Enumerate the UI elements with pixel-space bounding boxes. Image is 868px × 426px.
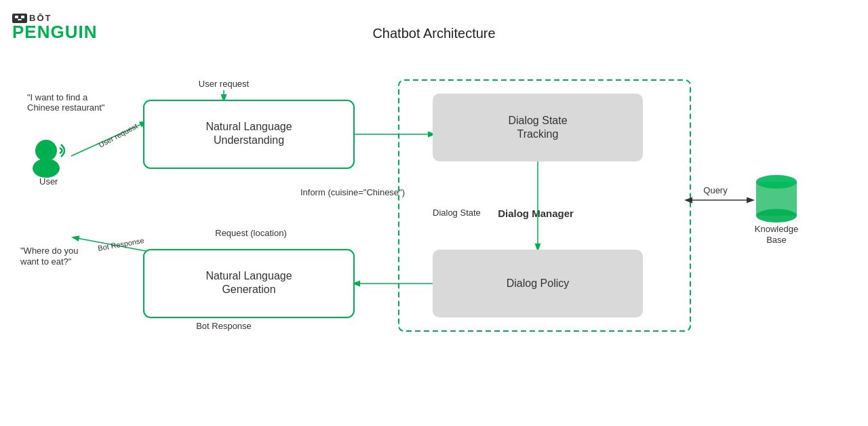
svg-text:Query: Query — [703, 185, 728, 195]
svg-text:Tracking: Tracking — [517, 128, 559, 140]
svg-point-6 — [33, 159, 60, 178]
svg-rect-26 — [399, 80, 690, 331]
svg-text:Chinese restaurant": Chinese restaurant" — [27, 102, 105, 113]
svg-point-40 — [756, 175, 797, 189]
svg-rect-22 — [144, 250, 354, 317]
svg-text:Natural Language: Natural Language — [205, 270, 292, 282]
svg-text:User request: User request — [199, 79, 250, 89]
svg-text:Generation: Generation — [222, 284, 275, 295]
bot-text: BŌT — [29, 14, 52, 22]
svg-text:User request: User request — [97, 122, 138, 149]
svg-text:Request (location): Request (location) — [215, 228, 287, 238]
svg-rect-1 — [15, 16, 18, 18]
svg-text:Dialog Manager: Dialog Manager — [498, 208, 574, 219]
logo: BŌT PENGUIN — [12, 12, 97, 41]
svg-rect-15 — [144, 100, 354, 168]
svg-point-37 — [756, 175, 797, 189]
svg-rect-28 — [433, 94, 643, 161]
svg-line-9 — [71, 122, 146, 156]
svg-text:Bot Response: Bot Response — [97, 236, 144, 252]
svg-rect-3 — [18, 19, 22, 20]
user-label: User — [39, 176, 58, 187]
speech-bubble-top: "I want to find a — [27, 92, 88, 102]
svg-rect-38 — [756, 182, 797, 216]
svg-text:Natural Language: Natural Language — [205, 121, 292, 132]
svg-point-5 — [35, 140, 57, 161]
svg-text:Knowledge: Knowledge — [755, 224, 798, 234]
penguin-text: PENGUIN — [12, 23, 97, 41]
svg-text:Dialog Policy: Dialog Policy — [507, 277, 569, 289]
svg-text:Bot Response: Bot Response — [196, 321, 252, 331]
diagram-svg: "I want to find a Chinese restaurant" Us… — [0, 0, 868, 426]
svg-text:want to eat?": want to eat?" — [20, 256, 72, 267]
svg-point-39 — [756, 209, 797, 222]
svg-text:Inform (cuisine="Chinese"): Inform (cuisine="Chinese") — [300, 187, 405, 197]
svg-text:Base: Base — [766, 235, 787, 245]
page-title: Chatbot Architecture — [372, 26, 495, 41]
svg-text:Dialog State: Dialog State — [433, 208, 481, 218]
svg-text:Dialog State: Dialog State — [508, 115, 567, 126]
svg-line-11 — [73, 237, 146, 251]
svg-text:"Where do you: "Where do you — [20, 246, 79, 256]
svg-text:Understanding: Understanding — [214, 134, 284, 146]
svg-rect-2 — [21, 16, 24, 18]
svg-rect-33 — [433, 250, 643, 317]
